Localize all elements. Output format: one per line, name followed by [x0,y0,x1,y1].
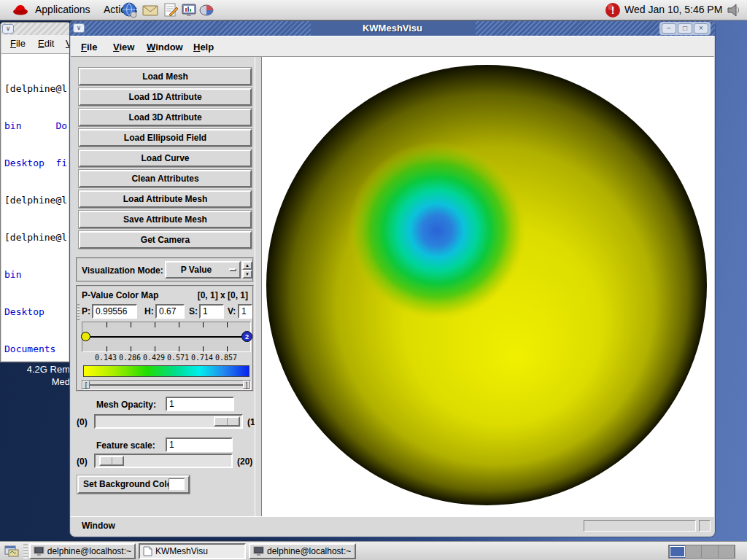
tick-label: 0.857 [214,354,239,362]
task-terminal-1[interactable]: delphine@localhost:~ [29,543,136,559]
clock[interactable]: Wed Jan 10, 5:46 PM [624,0,722,20]
resize-grip[interactable] [699,520,711,532]
pane-grip[interactable] [77,304,80,320]
window-controls: − □ × [659,22,711,35]
browser-icon[interactable] [121,1,139,19]
v-label: V: [228,306,236,316]
visualization-mode-spinner: ▲ ▼ [242,261,252,279]
save-attribute-mesh-button[interactable]: Save Attribute Mesh [79,211,252,228]
terminal-menu-file[interactable]: File [10,38,26,49]
workspace-4[interactable] [719,545,735,558]
workspace-2[interactable] [686,545,703,558]
panel-drag-handle[interactable] [23,544,28,559]
show-desktop-icon[interactable] [4,544,21,560]
colormap-gradient-bar [83,365,249,377]
menu-help[interactable]: Help [193,42,214,52]
email-icon[interactable] [142,1,159,19]
redhat-menu-icon[interactable] [12,1,29,19]
load-curve-button[interactable]: Load Curve [79,149,252,167]
workspace-3[interactable] [702,545,719,558]
pvalue-colormap-frame: P-Value Color Map [0, 1] x [0, 1] P: H: … [76,285,254,392]
s-label: S: [189,306,198,316]
window-menu-icon[interactable]: ∨ [73,23,85,33]
mesh-opacity-thumb[interactable] [214,416,240,427]
render-viewport[interactable] [262,57,714,516]
colormap-node-end[interactable]: 2 [241,331,252,342]
p-value-field[interactable] [92,304,137,319]
maximize-icon[interactable]: □ [678,23,692,34]
colormap-node-editor[interactable]: 2 [82,322,251,352]
load-ellipsoid-field-button[interactable]: Load Ellipsoid Field [79,129,252,147]
load-mesh-button[interactable]: Load Mesh [79,68,252,85]
visualization-mode-dropdown[interactable]: P Value [165,261,241,279]
top-panel: Applications Actions ! Wed Jan 10, 5:46 … [0,0,747,20]
terminal-titlebar[interactable]: ∨ [1,23,70,35]
applications-menu[interactable]: Applications [31,0,95,20]
terminal-line: bin [4,268,69,281]
mesh-sphere-render[interactable] [262,57,714,516]
load-3d-attribute-button[interactable]: Load 3D Attribute [79,109,252,126]
task-kwmeshvisu[interactable]: KWMeshVisu [139,543,246,559]
kwmeshvisu-statusbar: Window [71,516,714,534]
feature-min-label: (0) [77,456,88,467]
h-value-field[interactable] [155,304,185,319]
workspace-1[interactable] [669,545,686,558]
colormap-node-start[interactable] [81,332,90,341]
mesh-opacity-field[interactable] [166,397,234,411]
document-icon [143,546,152,556]
get-camera-button[interactable]: Get Camera [79,231,252,249]
desktop-media-label[interactable]: 4.2G Rem Med [0,363,70,388]
impress-icon[interactable] [181,1,198,19]
set-background-color-button[interactable]: Set Background Color [77,475,190,494]
calc-icon[interactable] [198,1,216,19]
colormap-range-scrollbar[interactable]: [ ] [82,380,251,390]
s-value-field[interactable] [199,304,224,319]
visualization-mode-label: Visualization Mode: [82,265,163,276]
feature-max-label: (20) [237,456,252,467]
mesh-opacity-slider[interactable] [94,414,243,429]
terminal-output[interactable]: [delphine@l bin Do Desktop fi [delphine@… [1,54,69,361]
window-menu-icon[interactable]: ∨ [2,24,14,34]
v-value-field[interactable] [238,304,252,319]
kwmeshvisu-window: KWMeshVisu ∨ − □ × File View Window Help… [69,20,716,537]
menu-window[interactable]: Window [147,42,183,52]
minimize-icon[interactable]: − [662,23,676,34]
close-icon[interactable]: × [694,23,708,34]
terminal-menu-edit[interactable]: Edit [38,38,54,49]
writer-icon[interactable] [162,1,179,19]
feature-scale-thumb[interactable] [99,456,124,466]
svg-text:!: ! [611,4,615,16]
range-right-handle[interactable]: ] [243,381,250,389]
terminal-line: Desktop fi [4,157,69,169]
feature-scale-field[interactable] [166,438,233,452]
load-1d-attribute-button[interactable]: Load 1D Attribute [79,88,252,106]
feature-scale-slider[interactable] [94,454,233,468]
terminal-icon [34,546,44,556]
terminal-menubar: File Edit V [1,35,69,54]
pane-sash[interactable] [255,57,262,516]
clean-attributes-button[interactable]: Clean Attributes [79,170,252,187]
colormap-title: P-Value Color Map [82,290,158,300]
speaker-icon[interactable] [725,1,743,19]
task-terminal-2[interactable]: delphine@localhost:~ [249,543,356,559]
h-label: H: [144,306,154,316]
terminal-line: bin Do [4,120,69,132]
taskbar: delphine@localhost:~ KWMeshVisu delphine… [0,541,747,560]
load-attribute-mesh-button[interactable]: Load Attribute Mesh [79,190,252,208]
spinner-down-icon[interactable]: ▼ [242,270,252,279]
mesh-opacity-label: Mesh Opacity: [96,400,156,410]
terminal-line: [delphine@l [4,82,69,95]
opacity-min-label: (0) [77,417,88,427]
terminal-line: [delphine@l [4,194,69,206]
menu-view[interactable]: View [113,42,134,52]
terminal-window: ∨ File Edit V [delphine@l bin Do Desktop… [0,22,71,362]
kwmeshvisu-titlebar[interactable]: KWMeshVisu ∨ − □ × [70,21,715,36]
range-left-handle[interactable]: [ [82,381,90,389]
terminal-line: Desktop [4,306,69,318]
alert-icon[interactable]: ! [604,1,622,19]
spinner-up-icon[interactable]: ▲ [242,261,252,270]
status-text: Window [82,521,115,531]
tick-label: 0.286 [117,354,142,362]
menu-file[interactable]: File [81,42,97,52]
tick-label: 0.571 [166,354,190,362]
